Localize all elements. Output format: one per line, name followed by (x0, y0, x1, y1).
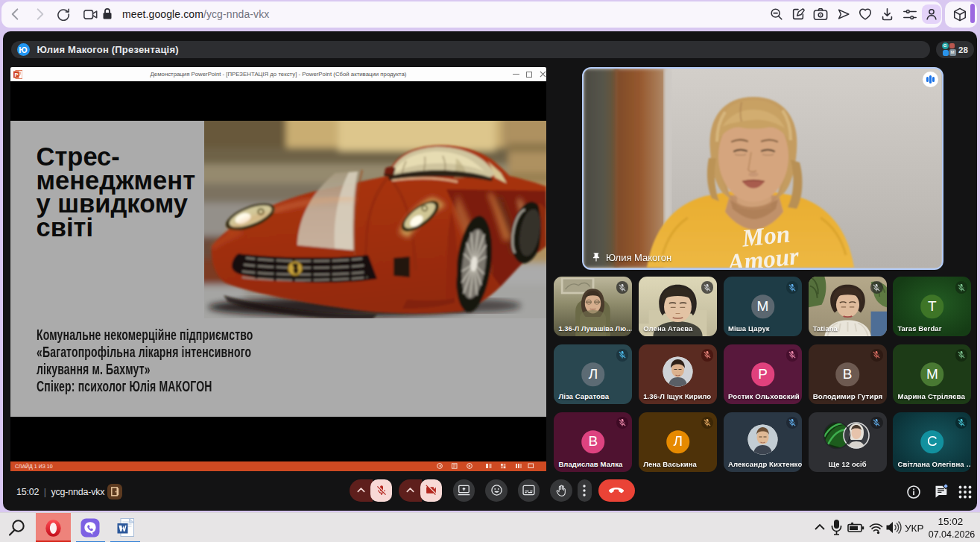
svg-text:P: P (14, 71, 18, 78)
